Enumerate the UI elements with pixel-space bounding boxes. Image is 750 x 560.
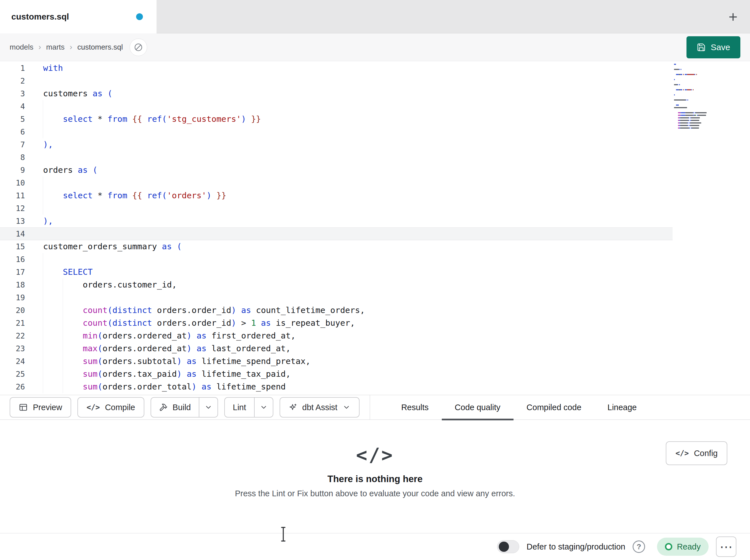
code-line[interactable]: 21 count(distinct orders.order_id) > 1 a… <box>0 317 673 329</box>
indent-guide <box>43 177 43 189</box>
code-line[interactable]: 20 count(distinct orders.order_id) as co… <box>0 304 673 317</box>
code-icon: </> <box>675 449 689 457</box>
breadcrumb-separator: › <box>39 43 41 51</box>
indent-guide <box>43 291 43 304</box>
tab-results[interactable]: Results <box>388 395 442 419</box>
build-dropdown-button[interactable] <box>199 398 217 417</box>
indent-guide <box>43 125 43 138</box>
more-options-button[interactable]: ⋯ <box>716 537 736 557</box>
code-line[interactable]: 11 select * from {{ ref('orders') }} <box>0 189 673 202</box>
indent-guide <box>43 278 43 291</box>
line-number: 2 <box>0 75 25 87</box>
code-line[interactable]: 23 max(orders.ordered_at) as last_ordere… <box>0 342 673 355</box>
editor-tab-customers-sql[interactable]: customers.sql <box>0 0 157 34</box>
code-line[interactable]: 10 <box>0 177 673 189</box>
indent-guide <box>63 355 63 368</box>
ready-status-badge[interactable]: Ready <box>657 538 709 556</box>
new-tab-button[interactable]: + <box>728 9 737 24</box>
code-line[interactable]: 22 min(orders.ordered_at) as first_order… <box>0 329 673 342</box>
empty-state-subtitle: Press the Lint or Fix button above to ev… <box>235 489 515 498</box>
save-icon <box>697 43 706 52</box>
code-line[interactable]: 3customers as ( <box>0 87 673 100</box>
indent-guide <box>63 368 63 380</box>
code-text <box>25 151 43 164</box>
indent-guide <box>43 113 43 125</box>
chevron-down-icon <box>342 403 351 411</box>
code-text: orders.customer_id, <box>25 278 177 291</box>
indent-guide <box>43 266 43 278</box>
code-line[interactable]: 4 <box>0 100 673 113</box>
preview-button[interactable]: Preview <box>9 397 71 417</box>
code-text: ), <box>25 215 53 227</box>
lint-dropdown-button[interactable] <box>254 398 273 417</box>
line-number: 11 <box>0 189 25 202</box>
code-line[interactable]: 24 sum(orders.subtotal) as lifetime_spen… <box>0 355 673 368</box>
code-line[interactable]: 17 SELECT <box>0 266 673 278</box>
breadcrumb: models › marts › customers.sql <box>9 43 123 51</box>
code-text: customer_orders_summary as ( <box>25 240 182 253</box>
save-button[interactable]: Save <box>687 36 741 58</box>
code-line[interactable]: 25 sum(orders.tax_paid) as lifetime_tax_… <box>0 368 673 380</box>
lint-split-button: Lint <box>224 397 273 417</box>
breadcrumb-item-marts[interactable]: marts <box>46 43 65 51</box>
code-line[interactable]: 15customer_orders_summary as ( <box>0 240 673 253</box>
code-text: count(distinct orders.order_id) > 1 as i… <box>25 317 355 329</box>
active-code-line[interactable]: 14 <box>0 227 673 240</box>
code-line[interactable]: 12 <box>0 202 673 215</box>
code-line[interactable]: 7), <box>0 138 673 151</box>
empty-state-title: There is nothing here <box>328 474 423 484</box>
code-line[interactable]: 8 <box>0 151 673 164</box>
line-number: 8 <box>0 151 25 164</box>
code-line[interactable]: 2 <box>0 75 673 87</box>
chevron-down-icon <box>204 403 212 411</box>
tab-compiled-code[interactable]: Compiled code <box>514 395 594 419</box>
tab-code-quality[interactable]: Code quality <box>442 395 514 419</box>
code-line[interactable]: 18 orders.customer_id, <box>0 278 673 291</box>
dbt-assist-button[interactable]: dbt Assist <box>280 397 359 417</box>
minimap[interactable] <box>674 63 715 129</box>
tab-lineage[interactable]: Lineage <box>594 395 650 419</box>
indent-guide <box>43 189 43 202</box>
code-line[interactable]: 1with <box>0 62 673 75</box>
hammer-icon <box>159 403 167 412</box>
line-number: 26 <box>0 380 25 393</box>
code-text: select * from {{ ref('orders') }} <box>25 189 226 202</box>
line-number: 19 <box>0 291 25 304</box>
indent-guide <box>43 202 43 215</box>
indent-guide <box>63 380 63 393</box>
code-line[interactable]: 26 sum(orders.order_total) as lifetime_s… <box>0 380 673 393</box>
breadcrumb-item-models[interactable]: models <box>9 43 34 51</box>
help-icon[interactable]: ? <box>633 540 645 553</box>
tab-bar: customers.sql + <box>0 0 750 34</box>
code-line[interactable]: 19 <box>0 291 673 304</box>
dbt-assist-label: dbt Assist <box>302 403 337 412</box>
tab-title: customers.sql <box>11 12 69 22</box>
tab-label: Compiled code <box>527 403 581 412</box>
code-text: sum(orders.order_total) as lifetime_spen… <box>25 380 286 393</box>
code-text: max(orders.ordered_at) as last_ordered_a… <box>25 342 291 355</box>
code-line[interactable]: 6 <box>0 125 673 138</box>
defer-toggle[interactable] <box>497 540 519 553</box>
code-text: SELECT <box>25 266 93 278</box>
code-line[interactable]: 5 select * from {{ ref('stg_customers') … <box>0 113 673 125</box>
config-button[interactable]: </> Config <box>666 441 727 465</box>
code-editor[interactable]: 1with23customers as (45 select * from {{… <box>0 61 750 395</box>
code-text: select * from {{ ref('stg_customers') }} <box>25 113 261 125</box>
code-line[interactable]: 13), <box>0 215 673 227</box>
code-lines: 1with23customers as (45 select * from {{… <box>0 62 750 393</box>
line-number: 9 <box>0 164 25 177</box>
code-line[interactable]: 16 <box>0 253 673 266</box>
indent-guide <box>43 317 43 329</box>
status-bar: Defer to staging/production ? Ready ⋯ <box>0 533 750 560</box>
compile-button[interactable]: </> Compile <box>77 397 144 417</box>
build-button[interactable]: Build <box>151 398 199 417</box>
file-action-button[interactable] <box>130 39 147 56</box>
line-number: 23 <box>0 342 25 355</box>
code-text <box>25 177 43 189</box>
line-number: 5 <box>0 113 25 125</box>
chevron-down-icon <box>260 403 268 411</box>
lint-button[interactable]: Lint <box>225 398 254 417</box>
ready-label: Ready <box>677 542 700 552</box>
code-line[interactable]: 9orders as ( <box>0 164 673 177</box>
build-label: Build <box>173 403 191 412</box>
